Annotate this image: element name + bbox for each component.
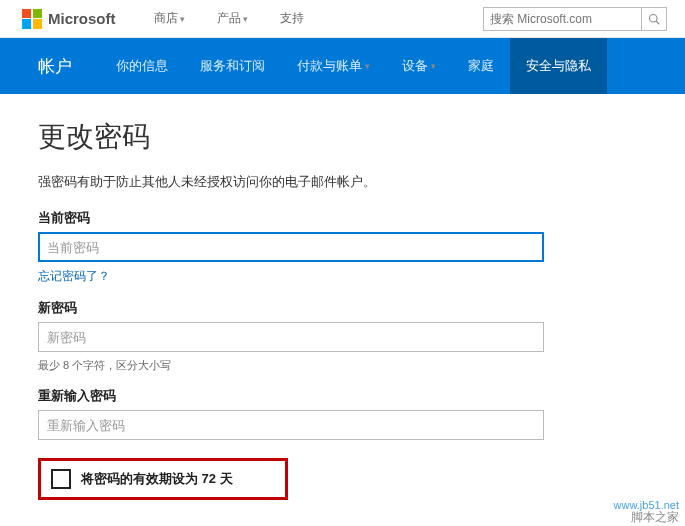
- password-expire-row: 将密码的有效期设为 72 天: [38, 458, 288, 500]
- top-header: Microsoft 商店 ▾ 产品 ▾ 支持: [0, 0, 685, 38]
- password-expire-label: 将密码的有效期设为 72 天: [81, 470, 233, 488]
- watermark-name: 脚本之家: [614, 511, 679, 524]
- nav-security-privacy[interactable]: 安全与隐私: [510, 38, 607, 94]
- svg-line-1: [656, 21, 659, 24]
- new-password-hint: 最少 8 个字符，区分大小写: [38, 358, 647, 373]
- confirm-password-label: 重新输入密码: [38, 387, 647, 405]
- nav-your-info[interactable]: 你的信息: [100, 38, 184, 94]
- current-password-input[interactable]: [38, 232, 544, 262]
- search-input[interactable]: [483, 7, 641, 31]
- nav-family[interactable]: 家庭: [452, 38, 510, 94]
- nav-services[interactable]: 服务和订阅: [184, 38, 281, 94]
- search-button[interactable]: [641, 7, 667, 31]
- search-container: [483, 7, 667, 31]
- top-nav-products[interactable]: 产品 ▾: [217, 10, 248, 27]
- microsoft-brand-text: Microsoft: [48, 10, 116, 27]
- microsoft-logo-icon: [22, 9, 42, 29]
- new-password-input[interactable]: [38, 322, 544, 352]
- main-content: 更改密码 强密码有助于防止其他人未经授权访问你的电子邮件帐户。 当前密码 忘记密…: [0, 94, 685, 526]
- microsoft-logo[interactable]: Microsoft: [22, 9, 116, 29]
- search-icon: [648, 13, 660, 25]
- page-description: 强密码有助于防止其他人未经授权访问你的电子邮件帐户。: [38, 174, 647, 191]
- account-nav: 帐户 你的信息 服务和订阅 付款与账单▾ 设备▾ 家庭 安全与隐私: [0, 38, 685, 94]
- confirm-password-input[interactable]: [38, 410, 544, 440]
- top-nav-store-label: 商店: [154, 10, 178, 27]
- top-nav-support[interactable]: 支持: [280, 10, 304, 27]
- svg-point-0: [650, 14, 658, 22]
- confirm-password-field: 重新输入密码: [38, 387, 647, 440]
- watermark-url: www.jb51.net: [614, 499, 679, 511]
- top-nav-store[interactable]: 商店 ▾: [154, 10, 185, 27]
- password-expire-checkbox[interactable]: [51, 469, 71, 489]
- chevron-down-icon: ▾: [243, 14, 248, 24]
- chevron-down-icon: ▾: [431, 61, 436, 71]
- new-password-label: 新密码: [38, 299, 647, 317]
- account-nav-brand[interactable]: 帐户: [38, 38, 100, 94]
- current-password-label: 当前密码: [38, 209, 647, 227]
- watermark: www.jb51.net 脚本之家: [614, 499, 679, 524]
- chevron-down-icon: ▾: [365, 61, 370, 71]
- page-title: 更改密码: [38, 118, 647, 156]
- top-nav-support-label: 支持: [280, 10, 304, 27]
- nav-devices[interactable]: 设备▾: [386, 38, 452, 94]
- forgot-password-link[interactable]: 忘记密码了？: [38, 268, 110, 285]
- current-password-field: 当前密码 忘记密码了？: [38, 209, 647, 285]
- top-nav-products-label: 产品: [217, 10, 241, 27]
- new-password-field: 新密码 最少 8 个字符，区分大小写: [38, 299, 647, 373]
- top-nav: 商店 ▾ 产品 ▾ 支持: [154, 10, 304, 27]
- nav-payment[interactable]: 付款与账单▾: [281, 38, 386, 94]
- chevron-down-icon: ▾: [180, 14, 185, 24]
